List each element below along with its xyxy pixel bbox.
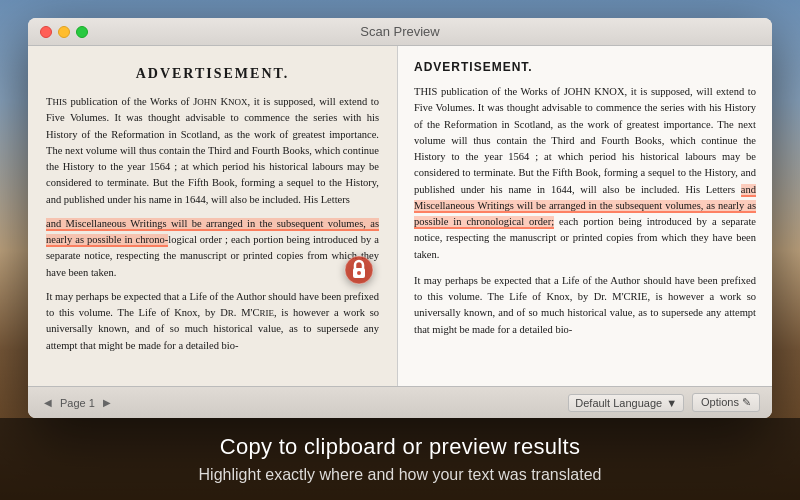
preview-paragraph-1: THIS publication of the Works of JOHN KN… bbox=[414, 84, 756, 263]
page-nav-right[interactable]: ▶ bbox=[99, 395, 115, 410]
window-title: Scan Preview bbox=[360, 24, 439, 39]
page-nav-left[interactable]: ◀ bbox=[40, 395, 56, 410]
svg-point-2 bbox=[357, 271, 361, 275]
doc-paragraph-3: It may perhaps be expected that a Life o… bbox=[46, 289, 379, 354]
minimize-button[interactable] bbox=[58, 26, 70, 38]
bottom-bar: ◀ Page 1 ▶ Default Language ▼ Options ✎ bbox=[28, 386, 772, 418]
options-button[interactable]: Options ✎ bbox=[692, 393, 760, 412]
close-button[interactable] bbox=[40, 26, 52, 38]
right-panel: ADVERTISEMENT. THIS publication of the W… bbox=[398, 46, 772, 386]
language-label: Default Language bbox=[575, 397, 662, 409]
annotation-icon[interactable] bbox=[343, 254, 375, 286]
highlighted-text-right: and Miscellaneous Writings will be arran… bbox=[414, 184, 756, 230]
options-icon: ✎ bbox=[742, 396, 751, 408]
preview-title: ADVERTISEMENT. bbox=[414, 60, 756, 74]
doc-paragraph-2: and Miscellaneous Writings will be arran… bbox=[46, 216, 379, 281]
options-label: Options bbox=[701, 396, 739, 408]
preview-body: THIS publication of the Works of JOHN KN… bbox=[414, 84, 756, 338]
content-area: ADVERTISEMENT. THIS publication of the W… bbox=[28, 46, 772, 386]
doc-paragraph-1: THIS publication of the Works of JOHN KN… bbox=[46, 94, 379, 208]
page-indicator: ◀ Page 1 ▶ bbox=[40, 395, 115, 410]
title-bar: Scan Preview bbox=[28, 18, 772, 46]
doc-body: THIS publication of the Works of JOHN KN… bbox=[46, 94, 379, 354]
caption-line2: Highlight exactly where and how your tex… bbox=[199, 466, 602, 484]
left-panel: ADVERTISEMENT. THIS publication of the W… bbox=[28, 46, 398, 386]
caption-line1: Copy to clipboard or preview results bbox=[220, 434, 581, 460]
traffic-lights bbox=[40, 26, 88, 38]
app-window: Scan Preview ADVERTISEMENT. THIS publica… bbox=[28, 18, 772, 418]
doc-title: ADVERTISEMENT. bbox=[46, 66, 379, 82]
caption-area: Copy to clipboard or preview results Hig… bbox=[0, 418, 800, 500]
doc-text-intro: THIS publication of the Works of JOHN KN… bbox=[46, 96, 379, 205]
page-label: Page 1 bbox=[60, 397, 95, 409]
language-selector[interactable]: Default Language ▼ bbox=[568, 394, 684, 412]
maximize-button[interactable] bbox=[76, 26, 88, 38]
language-dropdown-icon: ▼ bbox=[666, 397, 677, 409]
preview-paragraph-2: It may perhaps be expected that a Life o… bbox=[414, 273, 756, 338]
